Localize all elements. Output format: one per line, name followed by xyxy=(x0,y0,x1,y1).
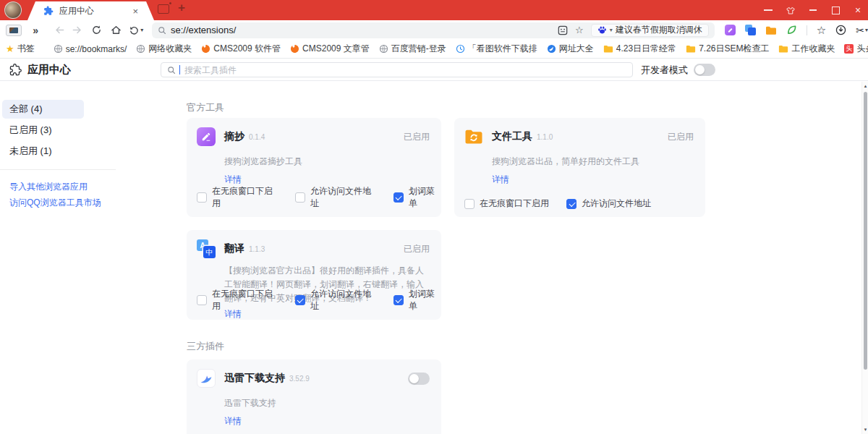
app-version: 3.52.9 xyxy=(289,375,310,383)
detail-link[interactable]: 详情 xyxy=(224,174,242,186)
section-title-official: 官方工具 xyxy=(187,101,224,114)
app-version: 1.1.0 xyxy=(537,133,553,141)
profile-avatar[interactable] xyxy=(4,1,22,19)
detail-link[interactable]: 详情 xyxy=(492,174,509,186)
option-incognito[interactable]: 在无痕窗口下启用 xyxy=(197,288,278,312)
checkbox-checked[interactable] xyxy=(393,295,404,305)
plugin-search-box[interactable] xyxy=(161,62,633,77)
import-browser-apps-link[interactable]: 导入其他浏览器应用 xyxy=(0,179,166,195)
bookmark-star-icon[interactable]: ☆ xyxy=(575,25,584,35)
option-word-menu[interactable]: 划词菜单 xyxy=(393,288,441,312)
puzzle-icon xyxy=(43,6,54,16)
extension-icons-area: ☆ ✂ ▾ xyxy=(725,24,868,37)
qq-browser-market-link[interactable]: 访问QQ浏览器工具市场 xyxy=(0,195,166,210)
hot-search-pill[interactable]: ▾ 建议春节假期取消调休 xyxy=(591,24,709,37)
checkbox-checked[interactable] xyxy=(295,295,305,305)
tab-group-icon[interactable] xyxy=(158,4,169,14)
app-version: 0.1.4 xyxy=(249,133,265,141)
extension-zhaichao-icon[interactable] xyxy=(725,25,736,35)
new-tab-button[interactable]: + xyxy=(178,1,185,15)
checkbox-unchecked[interactable] xyxy=(197,295,207,305)
option-file-access[interactable]: 允许访问文件地址 xyxy=(295,288,376,312)
option-file-access[interactable]: 允许访问文件地址 xyxy=(566,197,651,210)
detail-link[interactable]: 详情 xyxy=(224,415,242,427)
bookmark-item[interactable]: 网址大全 xyxy=(547,43,594,55)
bookmark-item[interactable]: CMS2009 软件管 xyxy=(201,43,281,55)
maximize-icon[interactable] xyxy=(831,6,840,14)
bookmark-item[interactable]: 头 头条号 xyxy=(844,43,868,55)
screenshot-caret-icon: ▾ xyxy=(865,27,868,33)
bookmark-label: CMS2009 文章管 xyxy=(302,43,370,55)
translate-zh-glyph: 中 xyxy=(203,246,216,258)
tab-close-icon[interactable]: × xyxy=(132,7,138,16)
section-title-thirdparty: 三方插件 xyxy=(187,340,224,353)
option-incognito[interactable]: 在无痕窗口下启用 xyxy=(197,185,278,210)
favorites-icon[interactable]: ☆ xyxy=(817,24,826,37)
app-enable-toggle[interactable] xyxy=(408,373,430,385)
scroll-down-icon[interactable]: ▼ xyxy=(862,427,868,432)
app-name: 摘抄 xyxy=(224,130,244,143)
forward-icon[interactable] xyxy=(68,22,85,39)
bookmark-label: 4.23日日常经常 xyxy=(616,43,676,55)
home-icon[interactable] xyxy=(108,22,124,39)
app-name: 迅雷下载支持 xyxy=(224,372,285,385)
checkbox-unchecked[interactable] xyxy=(464,199,475,209)
checkbox-checked[interactable] xyxy=(566,199,576,209)
dev-mode-toggle[interactable] xyxy=(694,64,715,76)
skin-theme-icon[interactable] xyxy=(786,6,795,14)
menu-icon[interactable] xyxy=(764,6,773,14)
bookmark-item[interactable]: 工作收藏夹 xyxy=(778,43,835,55)
url-text[interactable]: se://extensions/ xyxy=(171,25,558,35)
checkbox-unchecked[interactable] xyxy=(295,192,305,203)
sidebar-filter-enabled[interactable]: 已启用 (3) xyxy=(2,121,84,140)
bookmark-label: 工作收藏夹 xyxy=(791,43,835,55)
scroll-up-icon[interactable]: ▲ xyxy=(862,84,868,88)
bookmark-item[interactable]: 「看图软件下载排 xyxy=(456,43,537,55)
sidebar-filter-all[interactable]: 全部 (4) xyxy=(2,100,84,119)
tab-app-center[interactable]: 应用中心 × xyxy=(27,1,154,20)
undo-icon[interactable]: ▾ xyxy=(128,22,145,39)
side-panel-icon[interactable] xyxy=(6,25,22,36)
search-input[interactable] xyxy=(184,65,626,75)
vertical-scrollbar[interactable]: ▲ ▼ xyxy=(861,82,868,434)
bookmark-label: se://bookmarks/ xyxy=(66,44,127,54)
translate-app-icon: A 中 xyxy=(197,239,216,258)
search-icon xyxy=(158,26,166,35)
option-file-access[interactable]: 允许访问文件地址 xyxy=(295,185,376,210)
bookmark-item[interactable]: CMS2009 文章管 xyxy=(290,43,370,55)
status-badge: 已启用 xyxy=(404,131,430,143)
back-icon[interactable] xyxy=(51,22,68,39)
app-center-header: 应用中心 开发者模式 xyxy=(0,59,868,81)
checkbox-unchecked[interactable] xyxy=(197,192,207,203)
hot-search-text[interactable]: 建议春节假期取消调休 xyxy=(616,24,702,36)
toutiao-icon: 头 xyxy=(844,44,854,54)
screenshot-tool[interactable]: ✂ ▾ xyxy=(856,25,868,36)
page-title: 应用中心 xyxy=(27,63,71,77)
toolbar-divider xyxy=(807,25,807,35)
address-bar[interactable]: se://extensions/ ☆ ▾ 建议春节假期取消调休 xyxy=(152,22,715,38)
extension-translate-icon[interactable] xyxy=(745,25,756,35)
option-incognito[interactable]: 在无痕窗口下启用 xyxy=(464,197,549,210)
option-word-menu[interactable]: 划词菜单 xyxy=(393,185,441,210)
extension-file-tools-icon[interactable] xyxy=(765,25,777,35)
bookmark-item[interactable]: 7.26日SEM检查工 xyxy=(686,43,769,55)
reading-mode-icon[interactable] xyxy=(558,25,568,35)
toolbar-overflow-icon[interactable]: » xyxy=(27,22,44,39)
folder-icon xyxy=(686,44,696,54)
bookmark-item[interactable]: 网络收藏夹 xyxy=(136,43,192,55)
minimize-icon[interactable] xyxy=(809,6,817,14)
extension-green-icon[interactable] xyxy=(786,25,797,35)
file-tools-app-icon xyxy=(464,127,483,146)
app-name: 文件工具 xyxy=(492,130,532,143)
bookmark-item[interactable]: se://bookmarks/ xyxy=(54,44,127,54)
close-window-icon[interactable]: × xyxy=(854,6,862,14)
reload-icon[interactable] xyxy=(88,22,105,39)
bookmark-label: 书签 xyxy=(17,43,35,55)
bookmark-item[interactable]: 4.23日日常经常 xyxy=(603,43,676,55)
bookmark-item[interactable]: 百度营销-登录 xyxy=(379,43,446,55)
download-icon[interactable] xyxy=(835,25,846,35)
sidebar-filter-disabled[interactable]: 未启用 (1) xyxy=(2,142,84,161)
scrollbar-thumb[interactable] xyxy=(864,92,867,370)
checkbox-checked[interactable] xyxy=(393,192,404,203)
bookmark-item[interactable]: ★ 书签 xyxy=(6,43,35,55)
